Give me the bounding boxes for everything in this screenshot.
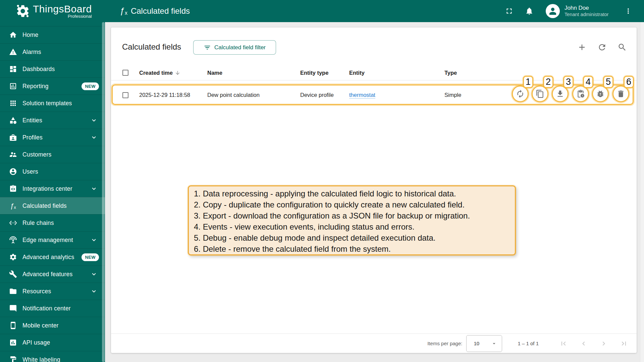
profiles-icon: [9, 133, 17, 141]
sidebar-item-reporting[interactable]: ReportingNEW: [0, 77, 105, 95]
alarms-icon: [9, 48, 17, 56]
sidebar-item-solution-templates[interactable]: Solution templates: [0, 95, 105, 112]
advanced-analytics-icon: [9, 253, 17, 261]
sidebar-item-label: Customers: [22, 151, 51, 158]
reprocess-icon: [516, 89, 525, 98]
column-header-created-time[interactable]: Created time: [139, 70, 207, 76]
annotation-line: 6. Delete - remove the calculated field …: [194, 243, 515, 254]
thingsboard-gear-icon: [15, 4, 30, 18]
sidebar-item-home[interactable]: Home: [0, 26, 105, 43]
user-role: Tenant administrator: [565, 11, 615, 18]
annotation-line: 5. Debug - enable debug mode and inspect…: [194, 232, 515, 243]
action-number-callout-6: 6: [624, 76, 634, 88]
thingsboard-logo[interactable]: ThingsBoard Professional: [15, 0, 92, 22]
sort-descending-icon: [175, 70, 180, 76]
new-badge: NEW: [82, 82, 99, 90]
sidebar-item-white-labeling[interactable]: White labeling: [0, 351, 105, 362]
users-icon: [9, 168, 17, 176]
kebab-menu-icon[interactable]: [624, 7, 632, 15]
chevron-down-icon: [90, 117, 98, 124]
column-header-entity[interactable]: Entity: [349, 70, 444, 76]
topbar-actions: John Doe Tenant administrator: [505, 0, 644, 22]
sidebar-item-customers[interactable]: Customers: [0, 146, 105, 163]
sidebar-item-label: Resources: [22, 288, 51, 295]
annotation-line: 4. Events - view execution events, inclu…: [194, 221, 515, 232]
sidebar-item-integrations-center[interactable]: Integrations center: [0, 180, 105, 197]
sidebar-item-entities[interactable]: Entities: [0, 112, 105, 129]
sidebar-item-dashboards[interactable]: Dashboards: [0, 60, 105, 77]
search-button[interactable]: [618, 43, 627, 52]
sidebar-item-advanced-analytics[interactable]: Advanced analyticsNEW: [0, 248, 105, 265]
row-checkbox[interactable]: [122, 92, 128, 98]
column-header-entity-type[interactable]: Entity type: [300, 70, 349, 76]
sidebar-item-profiles[interactable]: Profiles: [0, 129, 105, 146]
sidebar-item-label: Rule chains: [22, 220, 54, 227]
action-number-callout-2: 2: [543, 76, 553, 88]
avatar-person-icon: [548, 6, 558, 16]
dropdown-caret-icon: [491, 341, 497, 347]
calculated-fields-icon: ƒx: [9, 202, 17, 210]
sidebar-item-label: API usage: [22, 339, 50, 346]
sidebar-item-label: Solution templates: [22, 100, 72, 107]
column-header-type[interactable]: Type: [444, 70, 637, 76]
items-per-page-value: 10: [474, 341, 479, 346]
solution-templates-icon: [9, 99, 17, 107]
annotation-line: 2. Copy - duplicate the configuration to…: [194, 199, 515, 210]
sidebar-item-users[interactable]: Users: [0, 163, 105, 180]
fullscreen-icon[interactable]: [505, 7, 514, 15]
add-button[interactable]: [577, 43, 587, 52]
sidebar-item-label: Entities: [22, 117, 42, 124]
sidebar-item-label: Home: [22, 32, 38, 39]
sidebar-item-label: Notification center: [22, 305, 71, 312]
page-title-label: Calculated fields: [131, 6, 190, 16]
table-footer: Items per page: 10 1 – 1 of 1: [111, 334, 637, 353]
annotation-line: 3. Export - download the configuration a…: [194, 210, 515, 221]
logo-subtext: Professional: [68, 14, 92, 19]
entity-link[interactable]: thermostat: [349, 92, 375, 98]
user-info[interactable]: John Doe Tenant administrator: [565, 4, 615, 18]
sidebar-item-label: White labeling: [22, 356, 60, 362]
sidebar-item-label: Edge management: [22, 237, 73, 244]
sidebar-item-notification-center[interactable]: Notification center: [0, 300, 105, 317]
user-avatar[interactable]: [546, 4, 560, 18]
previous-page-button[interactable]: [580, 340, 588, 348]
sidebar-item-advanced-features[interactable]: Advanced features: [0, 265, 105, 283]
items-per-page-select[interactable]: 10: [466, 335, 502, 352]
window-scrollbar[interactable]: [640, 22, 644, 362]
logo-text: ThingsBoard: [33, 4, 92, 14]
sidebar-item-label: Advanced analytics: [22, 254, 74, 261]
sidebar-item-calculated-fields[interactable]: ƒxCalculated fields: [0, 197, 105, 214]
cell-entity-type: Device profile: [300, 92, 349, 98]
items-per-page-label: Items per page:: [427, 341, 462, 346]
column-label: Created time: [139, 70, 173, 76]
sidebar-item-edge-management[interactable]: Edge management: [0, 231, 105, 248]
annotation-legend-box: 1. Data reprocessing - applying the calc…: [188, 185, 516, 255]
column-header-name[interactable]: Name: [207, 70, 300, 76]
customers-icon: [9, 150, 17, 159]
refresh-button[interactable]: [597, 43, 607, 52]
next-page-button[interactable]: [600, 340, 608, 348]
sidebar-item-alarms[interactable]: Alarms: [0, 43, 105, 60]
select-all-checkbox[interactable]: [122, 70, 128, 76]
sidebar-item-mobile-center[interactable]: Mobile center: [0, 317, 105, 334]
home-icon: [9, 31, 17, 39]
first-page-button[interactable]: [559, 340, 568, 348]
entities-icon: [9, 116, 17, 124]
dashboards-icon: [9, 65, 17, 73]
sidebar: HomeAlarmsDashboardsReportingNEWSolution…: [0, 22, 105, 362]
chevron-down-icon: [90, 270, 98, 278]
last-page-button[interactable]: [620, 340, 628, 348]
notifications-bell-icon[interactable]: [525, 7, 534, 15]
white-labeling-icon: [9, 356, 17, 362]
filter-button-label: Calculated field filter: [214, 44, 266, 51]
sidebar-item-api-usage[interactable]: API usage: [0, 334, 105, 351]
calculated-field-filter-button[interactable]: Calculated field filter: [193, 40, 276, 55]
advanced-features-icon: [9, 270, 17, 278]
sidebar-scrollbar[interactable]: [102, 22, 105, 362]
edge-management-icon: [9, 236, 17, 244]
sidebar-item-resources[interactable]: Resources: [0, 283, 105, 300]
sidebar-item-label: Calculated fields: [22, 202, 67, 209]
sidebar-item-rule-chains[interactable]: Rule chains: [0, 214, 105, 231]
sidebar-item-label: Users: [22, 168, 38, 175]
export-icon: [556, 89, 565, 98]
